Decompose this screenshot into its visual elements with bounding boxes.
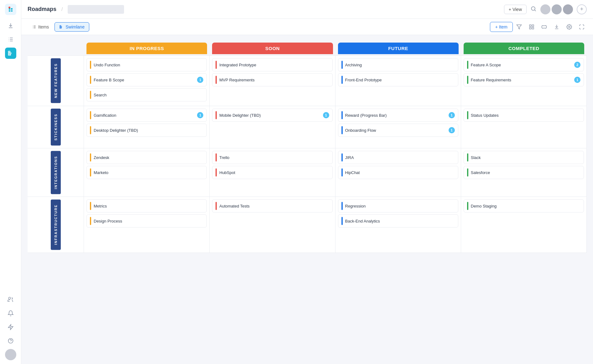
sidebar-lightning-icon[interactable] <box>5 321 16 333</box>
card-item[interactable]: Search <box>86 88 207 101</box>
card-item[interactable]: Integrated Prototype <box>212 58 332 71</box>
breadcrumb-input[interactable] <box>68 5 124 14</box>
card-accent <box>90 126 91 134</box>
card-item[interactable]: Trello <box>212 151 332 164</box>
sidebar-bell-icon[interactable] <box>5 308 16 319</box>
user-avatar-3[interactable] <box>563 4 573 14</box>
card-badge: 1 <box>323 112 329 118</box>
card-item[interactable]: Design Process <box>86 214 207 228</box>
card-text: Archiving <box>345 63 455 67</box>
card-item[interactable]: Archiving <box>338 58 458 71</box>
cell-stickiness-soon: Mobile Delighter (TBD)1 <box>210 106 335 148</box>
breadcrumb-separator: / <box>61 7 63 12</box>
card-item[interactable]: Demo Staging <box>464 199 584 213</box>
user-avatar-2[interactable] <box>552 4 562 14</box>
card-text: Front-End Prototype <box>345 78 455 82</box>
add-item-button[interactable]: + Item <box>490 22 513 32</box>
card-item[interactable]: Regression <box>338 199 458 213</box>
col-header-label-in-progress: IN PROGRESS <box>86 43 207 54</box>
card-item[interactable]: HubSpot <box>212 166 332 179</box>
cell-stickiness-in-progress: Gamification1Desktop Delighter (TBD) <box>84 106 210 148</box>
tab-swimlane[interactable]: Swimlane <box>55 22 89 32</box>
card-item[interactable]: Slack <box>464 151 584 164</box>
card-text: HubSpot <box>219 170 329 175</box>
card-item[interactable]: Marketo <box>86 166 207 179</box>
cell-new-features-completed: Feature A Scope2Feature Requirements1 <box>461 56 587 106</box>
sidebar-list-icon[interactable] <box>5 34 16 45</box>
card-text: Automated Tests <box>219 204 329 208</box>
card-item[interactable]: MVP Requirements <box>212 73 332 86</box>
collapse-icon[interactable] <box>539 22 549 32</box>
svg-point-6 <box>531 7 535 10</box>
svg-rect-12 <box>529 27 531 29</box>
svg-rect-7 <box>60 25 61 26</box>
svg-point-0 <box>7 5 15 13</box>
card-accent <box>216 61 217 69</box>
card-accent <box>90 168 91 177</box>
card-item[interactable]: Desktop Delighter (TBD) <box>86 124 207 137</box>
toolbar-actions <box>514 22 587 32</box>
card-text: Status Updates <box>471 113 580 118</box>
card-item[interactable]: Gamification1 <box>86 109 207 122</box>
card-item[interactable]: Salesforce <box>464 166 584 179</box>
card-text: Trello <box>219 155 329 160</box>
card-item[interactable]: Feature Requirements1 <box>464 73 584 86</box>
card-accent <box>90 153 91 161</box>
row-label-text-stickiness: STICKINESS <box>51 109 61 146</box>
app-logo[interactable] <box>5 4 16 15</box>
svg-rect-9 <box>60 28 61 28</box>
row-label-stickiness: STICKINESS <box>28 106 84 148</box>
card-accent <box>467 202 468 210</box>
main-content: Roadmaps / + View + Items Swimlane + Ite… <box>21 0 593 364</box>
user-avatar-1[interactable] <box>540 4 550 14</box>
settings-icon[interactable] <box>564 22 574 32</box>
row-label-infrastructure: INFRASTRUCTURE <box>28 197 84 253</box>
sidebar-download-icon[interactable] <box>5 20 16 31</box>
svg-rect-4 <box>8 54 11 55</box>
cell-stickiness-completed: Status Updates <box>461 106 587 148</box>
sidebar-user-add-icon[interactable] <box>5 294 16 305</box>
col-header-empty <box>28 41 84 56</box>
card-item[interactable]: HipChat <box>338 166 458 179</box>
card-item[interactable]: Status Updates <box>464 109 584 122</box>
sidebar-help-icon[interactable] <box>5 335 16 346</box>
col-header-label-future: FUTURE <box>338 43 459 54</box>
col-header-in-progress: IN PROGRESS <box>84 41 210 56</box>
card-item[interactable]: Metrics <box>86 199 207 213</box>
svg-rect-13 <box>532 27 534 29</box>
card-item[interactable]: Front-End Prototype <box>338 73 458 86</box>
card-item[interactable]: Onboarding Flow1 <box>338 124 458 137</box>
card-item[interactable]: Undo Function <box>86 58 207 71</box>
sidebar-roadmap-icon[interactable] <box>5 48 16 59</box>
add-view-button[interactable]: + View <box>504 5 527 14</box>
svg-point-1 <box>8 7 10 8</box>
card-item[interactable]: Feature B Scope1 <box>86 73 207 86</box>
card-item[interactable]: Reward (Progress Bar)1 <box>338 109 458 122</box>
row-label-new-features: NEW FEATURES <box>28 56 84 106</box>
card-text: Gamification <box>94 113 195 118</box>
cell-integrations-in-progress: ZendeskMarketo <box>84 148 210 197</box>
swimlane-board: IN PROGRESSSOONFUTURECOMPLETEDNEW FEATUR… <box>28 41 587 253</box>
search-icon[interactable] <box>530 6 537 13</box>
card-item[interactable]: Mobile Delighter (TBD)1 <box>212 109 332 122</box>
filter-icon[interactable] <box>514 22 524 32</box>
fullscreen-icon[interactable] <box>577 22 587 32</box>
tab-items[interactable]: Items <box>28 23 53 31</box>
view-settings-icon[interactable] <box>527 22 537 32</box>
card-text: JIRA <box>345 155 455 160</box>
svg-rect-14 <box>542 26 547 28</box>
add-member-button[interactable]: + <box>577 4 587 14</box>
card-text: Mobile Delighter (TBD) <box>219 113 320 118</box>
row-label-integrations: INTEGRATIONS <box>28 148 84 197</box>
card-accent <box>90 91 91 99</box>
card-item[interactable]: Automated Tests <box>212 199 332 213</box>
card-text: Design Process <box>94 219 203 223</box>
card-item[interactable]: Feature A Scope2 <box>464 58 584 71</box>
export-icon[interactable] <box>552 22 562 32</box>
card-accent <box>216 111 217 119</box>
sidebar-user-avatar[interactable] <box>5 349 16 360</box>
card-item[interactable]: Back-End Analytics <box>338 214 458 228</box>
card-item[interactable]: Zendesk <box>86 151 207 164</box>
card-accent <box>341 76 343 84</box>
card-item[interactable]: JIRA <box>338 151 458 164</box>
